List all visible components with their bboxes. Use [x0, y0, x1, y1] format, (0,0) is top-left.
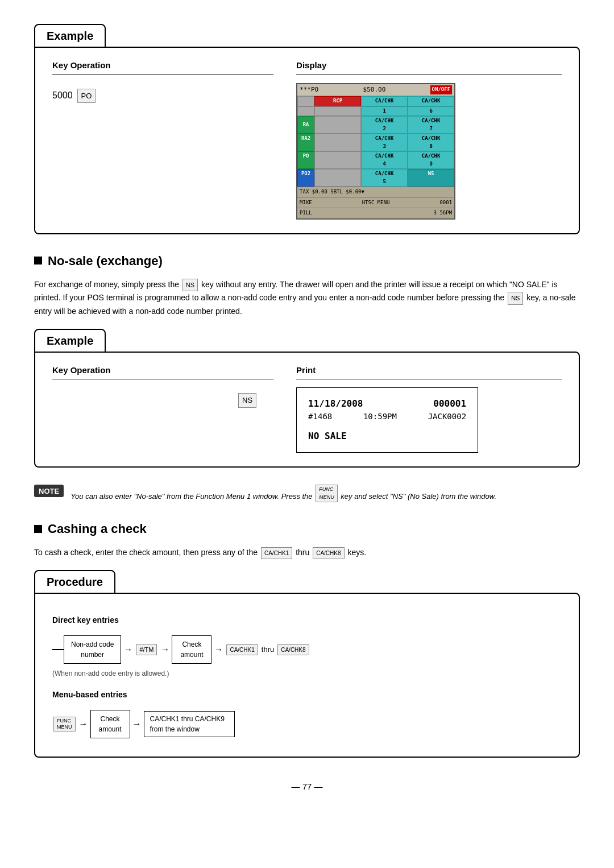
key-op-row: 5000 PO	[52, 83, 273, 104]
note-label: NOTE	[34, 485, 64, 497]
display-top-left: ***PO	[300, 85, 318, 95]
menu-based-flow: FUNCMENU → Check amount → CA/CHK1 thru C…	[52, 710, 562, 738]
procedure-container: Direct key entries Non-add code number →…	[34, 593, 580, 758]
receipt-date-line: 11/18/2008 000001	[308, 397, 466, 411]
key-op-header: Key Operation	[52, 59, 273, 75]
example2-print-col: Print 11/18/2008 000001 #1468 10:59PM JA…	[296, 364, 562, 453]
ns-key-box[interactable]: NS	[238, 393, 256, 408]
flow-thru-text1: thru	[262, 644, 274, 655]
display-bottom-tax: TAX $0.00 SBTL $0.00▼	[300, 188, 364, 196]
no-sale-section: No-sale (exchange) For exchange of money…	[34, 251, 580, 319]
display-num: 0001	[439, 199, 452, 207]
flow-check-amount-box2: Check amount	[90, 710, 130, 738]
key-operation-col: Key Operation 5000 PO	[52, 59, 273, 220]
procedure-section: Procedure Direct key entries Non-add cod…	[34, 569, 580, 758]
note-text: You can also enter "No-sale" from the Fu…	[70, 485, 496, 502]
flow-check-amount-box: Check amount	[172, 635, 211, 664]
receipt-number: 000001	[433, 397, 466, 411]
cashing-section: Cashing a check To cash a check, enter t…	[34, 519, 580, 560]
receipt-store: #1468	[308, 411, 332, 423]
flow-arrow5: →	[132, 717, 142, 731]
key-value: 5000	[52, 89, 73, 102]
display-pill: PILL	[300, 209, 312, 217]
receipt-no-sale: NO SALE	[308, 429, 466, 443]
display-amount: $50.00	[363, 85, 386, 95]
ns-key-inline1[interactable]: NS	[182, 279, 198, 292]
example2-key-row: NS	[52, 387, 273, 408]
func-menu-key[interactable]: FUNCMENU	[316, 485, 338, 502]
flow-cach-window-box: CA/CHK1 thru CA/CHK9 from the window	[144, 711, 235, 737]
display-mike: MIKE	[300, 199, 312, 207]
display-header: Display	[296, 59, 562, 75]
receipt-cashier: JACK0002	[428, 411, 466, 423]
cachk1-flow-key[interactable]: CA/CHK1	[226, 644, 258, 655]
flow-start-line	[52, 649, 64, 650]
print-receipt: 11/18/2008 000001 #1468 10:59PM JACK0002…	[296, 387, 478, 453]
display-time: 3 56PM	[434, 209, 453, 217]
example2-label: Example	[34, 329, 106, 353]
no-sale-body: For exchange of money, simply press the …	[34, 278, 580, 319]
receipt-store-line: #1468 10:59PM JACK0002	[308, 411, 466, 423]
cachk8-key[interactable]: CA/CHK8	[313, 547, 344, 559]
no-sale-title-text: No-sale (exchange)	[48, 251, 163, 270]
cachk1-key[interactable]: CA/CHK1	[261, 547, 292, 559]
flow-arrow3: →	[214, 643, 223, 656]
flow-non-add-box: Non-add code number	[64, 635, 121, 664]
display-col: Display ***PO $50.00 ON/OFF RCP CA/CHK C…	[296, 59, 562, 220]
print-header: Print	[296, 364, 562, 380]
example1-container: Key Operation 5000 PO Display ***PO $50.…	[34, 47, 580, 234]
example2-container: Key Operation NS Print 11/18/2008 000001…	[34, 352, 580, 468]
menu-based-heading: Menu-based entries	[52, 689, 562, 701]
flow-arrow4: →	[79, 717, 88, 731]
cashing-body: To cash a check, enter the check amount,…	[34, 546, 580, 560]
example2-key-col: Key Operation NS	[52, 364, 273, 453]
no-sale-bullet	[34, 257, 42, 264]
flow-arrow2: →	[160, 643, 169, 656]
no-sale-title: No-sale (exchange)	[34, 251, 580, 270]
page-number: — 77 —	[34, 780, 580, 793]
cashing-title-text: Cashing a check	[48, 519, 147, 538]
cashing-title: Cashing a check	[34, 519, 580, 538]
direct-key-heading: Direct key entries	[52, 614, 562, 626]
receipt-date: 11/18/2008	[308, 397, 363, 411]
func-menu-flow-key[interactable]: FUNCMENU	[53, 717, 76, 731]
display-screen: ***PO $50.00 ON/OFF RCP CA/CHK CA/CHK	[296, 83, 455, 220]
flow-arrow1: →	[123, 643, 132, 656]
direct-key-note: (When non-add code entry is allowed.)	[52, 668, 562, 679]
example1-label: Example	[34, 24, 106, 48]
display-onoff: ON/OFF	[430, 85, 453, 94]
direct-key-flow: Non-add code number → #/TM → Check amoun…	[52, 635, 562, 664]
display-htsc-menu: HTSC MENU	[362, 199, 390, 207]
ns-key-inline2[interactable]: NS	[508, 292, 523, 305]
po-key[interactable]: PO	[77, 89, 96, 104]
example2-section: Example Key Operation NS Print 11/18/200…	[34, 328, 580, 468]
hash-tm-key[interactable]: #/TM	[136, 644, 157, 656]
note-section: NOTE You can also enter "No-sale" from t…	[34, 485, 580, 502]
cashing-bullet	[34, 525, 42, 533]
receipt-time: 10:59PM	[363, 411, 397, 423]
cachk8-flow-key[interactable]: CA/CHK8	[277, 644, 309, 655]
procedure-label: Procedure	[34, 570, 115, 594]
example1-section: Example Key Operation 5000 PO Display **…	[34, 23, 580, 234]
example2-key-header: Key Operation	[52, 364, 273, 380]
